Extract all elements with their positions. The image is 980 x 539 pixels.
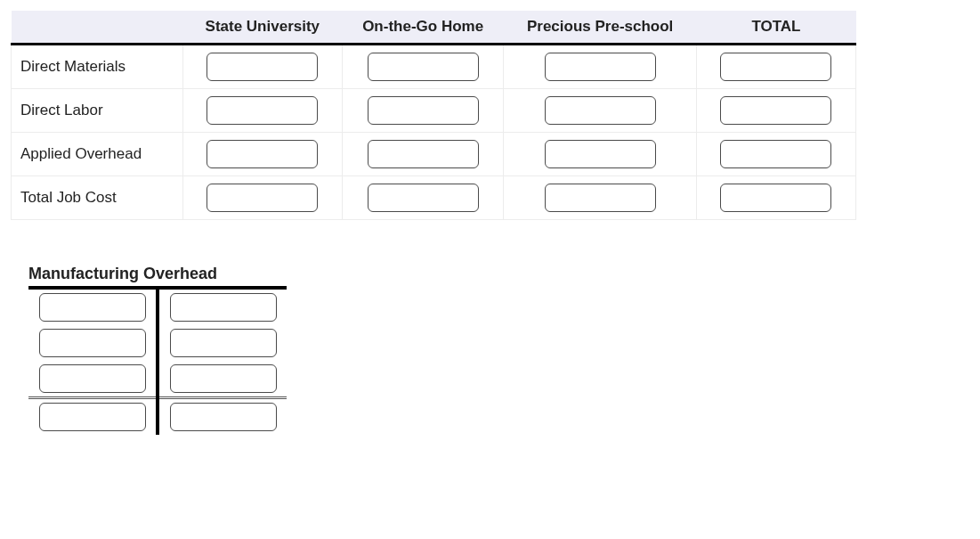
input-direct-labor-on-the-go-home[interactable] bbox=[368, 96, 479, 125]
input-direct-materials-precious-preschool[interactable] bbox=[545, 53, 656, 81]
t-account-manufacturing-overhead: Manufacturing Overhead bbox=[28, 265, 287, 435]
table-row: Total Job Cost bbox=[12, 176, 856, 220]
input-moh-credit-3[interactable] bbox=[170, 364, 277, 393]
header-blank bbox=[12, 11, 183, 45]
input-total-job-cost-state-university[interactable] bbox=[207, 184, 318, 212]
t-account-total-row bbox=[28, 398, 287, 436]
input-moh-debit-2[interactable] bbox=[39, 329, 146, 357]
table-row: Direct Materials bbox=[12, 45, 856, 89]
input-direct-materials-on-the-go-home[interactable] bbox=[368, 53, 479, 81]
input-moh-debit-1[interactable] bbox=[39, 293, 146, 322]
header-precious-preschool: Precious Pre-school bbox=[504, 11, 696, 45]
header-state-university: State University bbox=[182, 11, 342, 45]
t-account-title: Manufacturing Overhead bbox=[28, 265, 287, 283]
input-direct-labor-total[interactable] bbox=[720, 96, 831, 125]
row-label-direct-labor: Direct Labor bbox=[12, 89, 183, 133]
t-account-table bbox=[28, 286, 287, 435]
input-applied-overhead-state-university[interactable] bbox=[207, 140, 318, 168]
row-label-total-job-cost: Total Job Cost bbox=[12, 176, 183, 220]
row-label-applied-overhead: Applied Overhead bbox=[12, 133, 183, 176]
input-total-job-cost-precious-preschool[interactable] bbox=[545, 184, 656, 212]
input-applied-overhead-total[interactable] bbox=[720, 140, 831, 168]
input-direct-materials-state-university[interactable] bbox=[207, 53, 318, 81]
t-account-row bbox=[28, 361, 287, 398]
t-account-row bbox=[28, 288, 287, 325]
table-row: Applied Overhead bbox=[12, 133, 856, 176]
header-on-the-go-home: On-the-Go Home bbox=[342, 11, 504, 45]
input-moh-debit-total[interactable] bbox=[39, 403, 146, 431]
input-direct-materials-total[interactable] bbox=[720, 53, 831, 81]
input-moh-credit-2[interactable] bbox=[170, 329, 277, 357]
table-row: Direct Labor bbox=[12, 89, 856, 133]
t-account-row bbox=[28, 325, 287, 361]
input-moh-credit-total[interactable] bbox=[170, 403, 277, 431]
input-total-job-cost-on-the-go-home[interactable] bbox=[368, 184, 479, 212]
input-moh-debit-3[interactable] bbox=[39, 364, 146, 393]
input-applied-overhead-on-the-go-home[interactable] bbox=[368, 140, 479, 168]
input-direct-labor-state-university[interactable] bbox=[207, 96, 318, 125]
input-direct-labor-precious-preschool[interactable] bbox=[545, 96, 656, 125]
input-moh-credit-1[interactable] bbox=[170, 293, 277, 322]
row-label-direct-materials: Direct Materials bbox=[12, 45, 183, 89]
input-total-job-cost-total[interactable] bbox=[720, 184, 831, 212]
header-total: TOTAL bbox=[696, 11, 855, 45]
job-cost-table: State University On-the-Go Home Precious… bbox=[11, 11, 856, 220]
input-applied-overhead-precious-preschool[interactable] bbox=[545, 140, 656, 168]
